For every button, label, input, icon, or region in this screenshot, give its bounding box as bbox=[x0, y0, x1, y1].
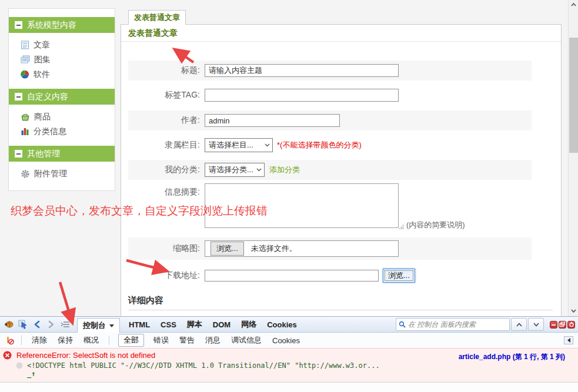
chevron-up-icon bbox=[571, 3, 576, 6]
page-title: 发表普通文章 bbox=[128, 28, 178, 39]
forward-icon[interactable] bbox=[45, 318, 58, 331]
form-row-tag: 标签TAG: bbox=[128, 85, 532, 105]
search-next-button[interactable] bbox=[528, 318, 544, 331]
collapse-minus-icon[interactable] bbox=[15, 150, 22, 158]
tab-script[interactable]: 脚本 bbox=[187, 319, 202, 330]
sidebar-item-software[interactable]: 软件 bbox=[9, 67, 115, 82]
tab-publish-article[interactable]: 发表普通文章 bbox=[128, 10, 186, 25]
sidebar-item-label: 图集 bbox=[34, 55, 51, 65]
scroll-up-button[interactable] bbox=[569, 0, 578, 9]
tab-network[interactable]: 网络 bbox=[241, 319, 256, 330]
thumbnail-file-status: 未选择文件。 bbox=[251, 243, 297, 254]
sidebar-item-product[interactable]: 商品 bbox=[9, 109, 115, 124]
sidebar-section-other-management[interactable]: 其他管理 bbox=[9, 146, 115, 162]
sidebar-item-label: 文章 bbox=[34, 40, 50, 51]
inspect-element-icon[interactable] bbox=[16, 318, 29, 331]
filter-debug-button[interactable]: 调试信息 bbox=[231, 335, 262, 346]
collapse-minus-icon[interactable] bbox=[15, 21, 22, 29]
download-label: 下载地址: bbox=[128, 270, 200, 281]
add-category-link[interactable]: 添加分类 bbox=[269, 165, 300, 175]
collapse-minus-icon[interactable] bbox=[15, 93, 22, 100]
bullet-circle-icon bbox=[16, 362, 23, 369]
column-label: 隶属栏目: bbox=[128, 140, 200, 150]
break-on-errors-icon[interactable] bbox=[3, 334, 16, 347]
console-bottom-strip bbox=[0, 382, 578, 392]
thumbnail-file-input[interactable]: 浏览... 未选择文件。 bbox=[205, 240, 399, 257]
console-filter-bar: 清除 保持 概况 全部 错误 警告 消息 调试信息 Cookies bbox=[0, 333, 578, 348]
chevron-down-icon bbox=[571, 309, 576, 313]
minimize-button[interactable] bbox=[550, 321, 557, 329]
clear-button[interactable]: 清除 bbox=[32, 335, 47, 346]
detail-divider bbox=[128, 310, 553, 310]
category-label: 我的分类: bbox=[128, 165, 200, 175]
sidebar-section-custom-content[interactable]: 自定义内容 bbox=[9, 89, 115, 105]
classified-chart-icon bbox=[21, 127, 29, 136]
sidebar-item-label: 分类信息 bbox=[34, 126, 66, 137]
detach-window-button[interactable] bbox=[559, 321, 566, 329]
command-line-icon[interactable] bbox=[59, 318, 72, 331]
thumbnail-label: 缩略图: bbox=[128, 243, 200, 254]
sidebar-item-article[interactable]: 文章 bbox=[9, 38, 115, 52]
persist-button[interactable]: 保持 bbox=[58, 335, 73, 346]
error-detail-row[interactable]: <!DOCTYPE html PUBLIC "-//W3C//DTD XHTML… bbox=[16, 361, 578, 370]
scrollbar-thumb[interactable] bbox=[569, 38, 578, 153]
detail-content-heading: 详细内容 bbox=[128, 295, 163, 306]
error-message: ReferenceError: SelectSoft is not define… bbox=[16, 351, 155, 360]
console-search-input[interactable] bbox=[408, 320, 507, 329]
console-search-box[interactable] bbox=[396, 318, 510, 331]
error-source-link[interactable]: article_add.php (第 1 行, 第 1 列) bbox=[459, 352, 565, 362]
filter-all-button[interactable]: 全部 bbox=[118, 334, 144, 347]
resize-grip-icon[interactable] bbox=[399, 225, 404, 229]
filter-messages-button[interactable]: 消息 bbox=[205, 335, 220, 346]
page-scrollbar[interactable] bbox=[568, 0, 578, 316]
sidebar-item-attachment[interactable]: 附件管理 bbox=[9, 166, 115, 181]
filter-warnings-button[interactable]: 警告 bbox=[179, 335, 195, 346]
scroll-down-button[interactable] bbox=[569, 306, 578, 316]
sidebar-section-title: 自定义内容 bbox=[27, 92, 68, 102]
sidebar-item-gallery[interactable]: 图集 bbox=[9, 52, 115, 67]
column-select-value: 请选择栏目... bbox=[209, 140, 253, 150]
title-input[interactable] bbox=[205, 64, 399, 77]
console-log-area: ReferenceError: SelectSoft is not define… bbox=[0, 348, 578, 382]
software-icon bbox=[21, 70, 29, 79]
tab-html[interactable]: HTML bbox=[129, 320, 150, 329]
tag-label: 标签TAG: bbox=[128, 90, 200, 100]
collapse-sidebar-button[interactable] bbox=[564, 336, 573, 344]
form-row-thumbnail: 缩略图: 浏览... 未选择文件。 bbox=[128, 237, 532, 260]
category-select-value: 请选择分类... bbox=[209, 165, 253, 175]
sidebar-item-classified[interactable]: 分类信息 bbox=[9, 124, 115, 139]
author-label: 作者: bbox=[128, 115, 200, 126]
firebug-icon[interactable] bbox=[2, 318, 15, 331]
sidebar-item-label: 软件 bbox=[34, 69, 50, 80]
thumbnail-browse-button[interactable]: 浏览... bbox=[211, 242, 244, 256]
close-button[interactable] bbox=[567, 321, 575, 329]
form-row-title: 标题: bbox=[128, 61, 532, 81]
arrow-to-console bbox=[60, 282, 72, 321]
tab-css[interactable]: CSS bbox=[161, 320, 176, 329]
profile-button[interactable]: 概况 bbox=[83, 335, 99, 346]
console-tab-active[interactable]: 控制台 bbox=[77, 318, 120, 333]
tab-dom[interactable]: DOM bbox=[213, 320, 230, 329]
download-browse-button[interactable]: 浏览... bbox=[383, 269, 415, 283]
column-select[interactable]: 请选择栏目... bbox=[205, 138, 273, 152]
article-icon bbox=[21, 41, 29, 49]
firebug-toolbar: 控制台 HTML CSS 脚本 DOM 网络 Cookies bbox=[0, 316, 578, 333]
search-prev-button[interactable] bbox=[511, 318, 527, 331]
firebug-panel: 控制台 HTML CSS 脚本 DOM 网络 Cookies bbox=[0, 316, 578, 392]
column-required-note: *(不能选择带颜色的分类) bbox=[277, 140, 362, 150]
author-input[interactable] bbox=[205, 114, 340, 127]
gear-icon bbox=[21, 169, 30, 179]
tag-input[interactable] bbox=[205, 89, 399, 102]
back-icon[interactable] bbox=[31, 318, 44, 331]
sidebar-section-system-model[interactable]: 系统模型内容 bbox=[9, 17, 115, 33]
chevron-down-icon bbox=[256, 168, 262, 172]
filter-errors-button[interactable]: 错误 bbox=[153, 335, 169, 346]
filter-cookies-button[interactable]: Cookies bbox=[272, 336, 300, 345]
title-label: 标题: bbox=[128, 65, 200, 76]
heading-divider bbox=[121, 41, 561, 42]
tab-cookies[interactable]: Cookies bbox=[267, 320, 297, 329]
download-url-input[interactable] bbox=[205, 270, 379, 282]
category-select[interactable]: 请选择分类... bbox=[205, 163, 265, 177]
summary-note: (内容的简要说明) bbox=[406, 220, 465, 230]
annotation-text: 织梦会员中心，发布文章，自定义字段浏览上传报错 bbox=[11, 203, 268, 219]
